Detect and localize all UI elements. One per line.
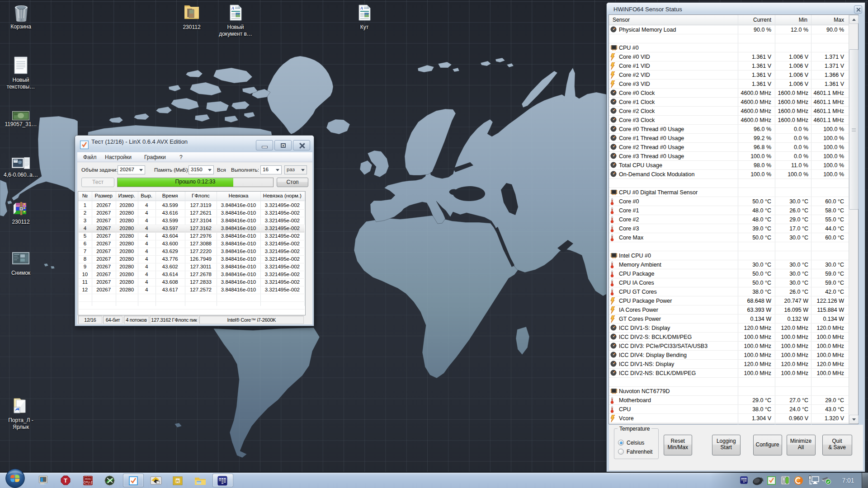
svg-text:A: A [231, 6, 234, 10]
svg-text:T: T [64, 477, 67, 484]
svg-text:CPU-Z: CPU-Z [84, 481, 93, 484]
svg-text:R: R [176, 479, 179, 483]
svg-text:ROG: ROG [85, 478, 91, 480]
svg-text:A: A [360, 6, 363, 10]
